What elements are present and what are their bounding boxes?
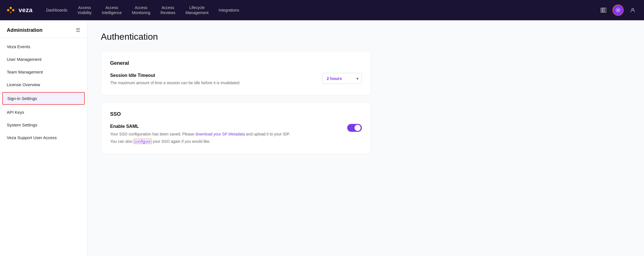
saml-desc-part3: You can also xyxy=(110,139,134,144)
svg-rect-7 xyxy=(604,8,606,12)
sidebar-item-sign-in-settings[interactable]: Sign-in Settings xyxy=(2,92,85,105)
nav-items: Dashboards Access Visibility Access Inte… xyxy=(41,0,598,20)
nav-item-access-reviews[interactable]: Access Reviews xyxy=(155,0,181,20)
sidebar-header: Administration ☰ xyxy=(0,20,87,38)
sidebar: Administration ☰ Veza Events User Manage… xyxy=(0,20,87,256)
toggle-thumb xyxy=(355,125,361,131)
session-idle-timeout-description: The maximum amount of time a session can… xyxy=(110,80,268,86)
layout: Administration ☰ Veza Events User Manage… xyxy=(0,20,644,256)
sidebar-item-user-management[interactable]: User Management xyxy=(0,53,87,66)
settings-button[interactable] xyxy=(612,5,624,16)
catalog-button[interactable] xyxy=(598,5,609,16)
saml-desc-part1: Your SSO configuration has been saved. P… xyxy=(110,132,195,136)
navbar: veza Dashboards Access Visibility Access… xyxy=(0,0,644,20)
session-idle-timeout-label: Session Idle Timeout xyxy=(110,73,313,78)
session-idle-timeout-info: Session Idle Timeout The maximum amount … xyxy=(110,73,313,86)
svg-point-2 xyxy=(10,7,12,9)
svg-rect-6 xyxy=(603,8,604,12)
sidebar-item-veza-events[interactable]: Veza Events xyxy=(0,40,87,53)
configure-sso-link[interactable]: configure xyxy=(134,139,152,144)
svg-point-3 xyxy=(12,9,14,11)
svg-point-1 xyxy=(7,9,9,11)
download-sp-metadata-link[interactable]: download your SP Metadata xyxy=(195,132,245,136)
svg-point-4 xyxy=(10,12,12,13)
general-section-title: General xyxy=(110,60,362,66)
sso-card: SSO Enable SAML Your SSO configuration h… xyxy=(101,102,371,154)
logo-text: veza xyxy=(19,6,33,14)
sidebar-item-api-keys[interactable]: API Keys xyxy=(0,106,87,119)
enable-saml-row: Enable SAML Your SSO configuration has b… xyxy=(110,124,362,145)
settings-icon xyxy=(615,7,621,13)
sidebar-item-system-settings[interactable]: System Settings xyxy=(0,119,87,131)
nav-item-access-intelligence[interactable]: Access Intelligence xyxy=(97,0,127,20)
saml-desc-part4: your SSO again if you would like. xyxy=(151,139,210,144)
sidebar-menu-icon[interactable]: ☰ xyxy=(76,27,80,33)
timeout-dropdown-wrapper: 30 minutes 1 hour 2 hours 4 hours 8 hour… xyxy=(322,73,362,84)
catalog-icon xyxy=(600,7,607,13)
sidebar-item-license-overview[interactable]: License Overview xyxy=(0,78,87,91)
page-title: Authentication xyxy=(101,32,630,42)
sidebar-item-team-management[interactable]: Team Management xyxy=(0,66,87,78)
nav-item-lifecycle-management[interactable]: Lifecycle Management xyxy=(181,0,214,20)
veza-logo-icon xyxy=(6,5,16,15)
nav-item-access-monitoring[interactable]: Access Monitoring xyxy=(127,0,155,20)
session-idle-timeout-control: 30 minutes 1 hour 2 hours 4 hours 8 hour… xyxy=(322,73,362,84)
sso-section-title: SSO xyxy=(110,111,362,117)
saml-description: Your SSO configuration has been saved. P… xyxy=(110,131,290,145)
saml-desc-part2: and upload it to your IDP. xyxy=(245,132,290,136)
session-idle-timeout-row: Session Idle Timeout The maximum amount … xyxy=(110,73,362,86)
user-icon xyxy=(630,7,636,13)
nav-item-access-visibility[interactable]: Access Visibility xyxy=(72,0,97,20)
user-button[interactable] xyxy=(627,5,638,16)
saml-label: Enable SAML xyxy=(110,124,338,129)
svg-rect-5 xyxy=(601,8,602,12)
sidebar-item-veza-support-user-access[interactable]: Veza Support User Access xyxy=(0,131,87,144)
sidebar-nav: Veza Events User Management Team Managem… xyxy=(0,38,87,146)
nav-item-integrations[interactable]: Integrations xyxy=(213,0,244,20)
main-content: Authentication General Session Idle Time… xyxy=(87,20,644,256)
general-card: General Session Idle Timeout The maximum… xyxy=(101,51,371,95)
sidebar-title: Administration xyxy=(7,27,43,33)
svg-point-8 xyxy=(617,9,619,11)
nav-item-dashboards[interactable]: Dashboards xyxy=(41,0,73,20)
timeout-dropdown[interactable]: 30 minutes 1 hour 2 hours 4 hours 8 hour… xyxy=(322,73,362,84)
saml-info: Enable SAML Your SSO configuration has b… xyxy=(110,124,338,145)
toggle-track xyxy=(347,124,362,132)
saml-toggle-control xyxy=(347,124,362,132)
logo[interactable]: veza xyxy=(6,5,33,15)
saml-toggle[interactable] xyxy=(347,124,362,132)
navbar-actions xyxy=(598,5,638,16)
